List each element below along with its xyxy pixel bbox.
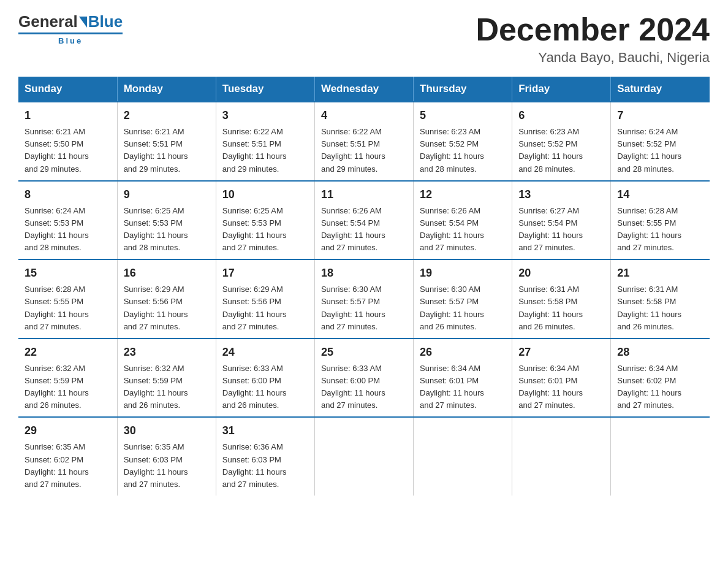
- day-info: Sunrise: 6:34 AM Sunset: 6:02 PM Dayligh…: [617, 362, 703, 412]
- calendar-header-row: SundayMondayTuesdayWednesdayThursdayFrid…: [18, 77, 710, 102]
- logo-triangle-icon: [79, 17, 87, 28]
- calendar-cell: 10Sunrise: 6:25 AM Sunset: 5:53 PM Dayli…: [216, 181, 314, 260]
- main-title: December 2024: [476, 12, 710, 47]
- day-info: Sunrise: 6:35 AM Sunset: 6:02 PM Dayligh…: [25, 441, 111, 491]
- calendar-cell: 7Sunrise: 6:24 AM Sunset: 5:52 PM Daylig…: [611, 102, 710, 181]
- day-info: Sunrise: 6:24 AM Sunset: 5:52 PM Dayligh…: [617, 126, 703, 175]
- day-number: 2: [124, 107, 210, 124]
- calendar-cell: 4Sunrise: 6:22 AM Sunset: 5:51 PM Daylig…: [314, 102, 413, 181]
- day-info: Sunrise: 6:29 AM Sunset: 5:56 PM Dayligh…: [222, 283, 308, 333]
- calendar-cell: 16Sunrise: 6:29 AM Sunset: 5:56 PM Dayli…: [117, 259, 216, 339]
- day-info: Sunrise: 6:34 AM Sunset: 6:01 PM Dayligh…: [420, 362, 506, 412]
- day-number: 4: [321, 107, 407, 124]
- column-header-tuesday: Tuesday: [216, 77, 314, 102]
- day-info: Sunrise: 6:30 AM Sunset: 5:57 PM Dayligh…: [420, 283, 506, 333]
- day-info: Sunrise: 6:24 AM Sunset: 5:53 PM Dayligh…: [25, 205, 111, 255]
- calendar-cell: 24Sunrise: 6:33 AM Sunset: 6:00 PM Dayli…: [216, 339, 314, 418]
- day-number: 11: [321, 186, 407, 203]
- logo-general-text: General: [18, 12, 78, 31]
- day-number: 6: [518, 107, 604, 124]
- day-info: Sunrise: 6:33 AM Sunset: 6:00 PM Dayligh…: [321, 362, 407, 412]
- day-info: Sunrise: 6:25 AM Sunset: 5:53 PM Dayligh…: [222, 205, 308, 255]
- logo-subtitle: Blue: [18, 33, 123, 45]
- day-number: 25: [321, 344, 407, 361]
- calendar-cell: 18Sunrise: 6:30 AM Sunset: 5:57 PM Dayli…: [314, 259, 413, 339]
- day-number: 15: [25, 265, 111, 282]
- calendar-cell: 12Sunrise: 6:26 AM Sunset: 5:54 PM Dayli…: [414, 181, 512, 260]
- day-number: 30: [124, 423, 210, 439]
- day-number: 10: [222, 186, 308, 203]
- calendar-table: SundayMondayTuesdayWednesdayThursdayFrid…: [18, 77, 710, 496]
- calendar-cell: 5Sunrise: 6:23 AM Sunset: 5:52 PM Daylig…: [414, 102, 512, 181]
- day-info: Sunrise: 6:28 AM Sunset: 5:55 PM Dayligh…: [25, 283, 111, 333]
- day-number: 22: [25, 344, 111, 361]
- calendar-cell: 11Sunrise: 6:26 AM Sunset: 5:54 PM Dayli…: [314, 181, 413, 260]
- calendar-cell: 14Sunrise: 6:28 AM Sunset: 5:55 PM Dayli…: [611, 181, 710, 260]
- day-info: Sunrise: 6:34 AM Sunset: 6:01 PM Dayligh…: [518, 362, 604, 412]
- column-header-monday: Monday: [117, 77, 216, 102]
- day-number: 29: [25, 423, 111, 439]
- day-number: 5: [420, 107, 506, 124]
- calendar-cell: 28Sunrise: 6:34 AM Sunset: 6:02 PM Dayli…: [611, 339, 710, 418]
- day-number: 13: [518, 186, 604, 203]
- calendar-cell: 17Sunrise: 6:29 AM Sunset: 5:56 PM Dayli…: [216, 259, 314, 339]
- day-info: Sunrise: 6:27 AM Sunset: 5:54 PM Dayligh…: [518, 205, 604, 255]
- calendar-week-row: 8Sunrise: 6:24 AM Sunset: 5:53 PM Daylig…: [18, 181, 710, 260]
- day-info: Sunrise: 6:21 AM Sunset: 5:50 PM Dayligh…: [25, 126, 111, 175]
- calendar-cell: 8Sunrise: 6:24 AM Sunset: 5:53 PM Daylig…: [18, 181, 117, 260]
- calendar-cell: 21Sunrise: 6:31 AM Sunset: 5:58 PM Dayli…: [611, 259, 710, 339]
- day-number: 28: [617, 344, 703, 361]
- day-number: 14: [617, 186, 703, 203]
- calendar-cell: 13Sunrise: 6:27 AM Sunset: 5:54 PM Dayli…: [512, 181, 611, 260]
- calendar-cell: 25Sunrise: 6:33 AM Sunset: 6:00 PM Dayli…: [314, 339, 413, 418]
- day-info: Sunrise: 6:31 AM Sunset: 5:58 PM Dayligh…: [518, 283, 604, 333]
- column-header-thursday: Thursday: [414, 77, 512, 102]
- calendar-cell: 2Sunrise: 6:21 AM Sunset: 5:51 PM Daylig…: [117, 102, 216, 181]
- day-info: Sunrise: 6:21 AM Sunset: 5:51 PM Dayligh…: [124, 126, 210, 175]
- day-number: 9: [124, 186, 210, 203]
- calendar-week-row: 29Sunrise: 6:35 AM Sunset: 6:02 PM Dayli…: [18, 417, 710, 496]
- day-info: Sunrise: 6:23 AM Sunset: 5:52 PM Dayligh…: [518, 126, 604, 175]
- day-number: 21: [617, 265, 703, 282]
- day-number: 31: [222, 423, 308, 439]
- day-number: 27: [518, 344, 604, 361]
- calendar-cell: 19Sunrise: 6:30 AM Sunset: 5:57 PM Dayli…: [414, 259, 512, 339]
- day-number: 23: [124, 344, 210, 361]
- day-number: 26: [420, 344, 506, 361]
- day-number: 12: [420, 186, 506, 203]
- calendar-cell: 26Sunrise: 6:34 AM Sunset: 6:01 PM Dayli…: [414, 339, 512, 418]
- calendar-cell: 23Sunrise: 6:32 AM Sunset: 5:59 PM Dayli…: [117, 339, 216, 418]
- day-number: 18: [321, 265, 407, 282]
- calendar-cell: 1Sunrise: 6:21 AM Sunset: 5:50 PM Daylig…: [18, 102, 117, 181]
- calendar-cell: [512, 417, 611, 496]
- day-info: Sunrise: 6:26 AM Sunset: 5:54 PM Dayligh…: [321, 205, 407, 255]
- day-info: Sunrise: 6:33 AM Sunset: 6:00 PM Dayligh…: [222, 362, 308, 412]
- header: General Blue Blue December 2024 Yanda Ba…: [18, 12, 710, 66]
- calendar-cell: [314, 417, 413, 496]
- day-info: Sunrise: 6:22 AM Sunset: 5:51 PM Dayligh…: [222, 126, 308, 175]
- calendar-cell: 27Sunrise: 6:34 AM Sunset: 6:01 PM Dayli…: [512, 339, 611, 418]
- calendar-cell: 6Sunrise: 6:23 AM Sunset: 5:52 PM Daylig…: [512, 102, 611, 181]
- day-number: 1: [25, 107, 111, 124]
- day-number: 16: [124, 265, 210, 282]
- day-info: Sunrise: 6:31 AM Sunset: 5:58 PM Dayligh…: [617, 283, 703, 333]
- day-number: 19: [420, 265, 506, 282]
- calendar-cell: 20Sunrise: 6:31 AM Sunset: 5:58 PM Dayli…: [512, 259, 611, 339]
- location-subtitle: Yanda Bayo, Bauchi, Nigeria: [476, 50, 710, 66]
- day-info: Sunrise: 6:32 AM Sunset: 5:59 PM Dayligh…: [25, 362, 111, 412]
- logo: General Blue Blue: [18, 12, 123, 45]
- title-block: December 2024 Yanda Bayo, Bauchi, Nigeri…: [476, 12, 710, 66]
- day-info: Sunrise: 6:36 AM Sunset: 6:03 PM Dayligh…: [222, 441, 308, 491]
- calendar-cell: 30Sunrise: 6:35 AM Sunset: 6:03 PM Dayli…: [117, 417, 216, 496]
- day-info: Sunrise: 6:30 AM Sunset: 5:57 PM Dayligh…: [321, 283, 407, 333]
- column-header-sunday: Sunday: [18, 77, 117, 102]
- column-header-wednesday: Wednesday: [314, 77, 413, 102]
- calendar-week-row: 22Sunrise: 6:32 AM Sunset: 5:59 PM Dayli…: [18, 339, 710, 418]
- day-info: Sunrise: 6:29 AM Sunset: 5:56 PM Dayligh…: [124, 283, 210, 333]
- column-header-saturday: Saturday: [611, 77, 710, 102]
- day-info: Sunrise: 6:23 AM Sunset: 5:52 PM Dayligh…: [420, 126, 506, 175]
- day-number: 20: [518, 265, 604, 282]
- logo-blue-text: Blue: [88, 12, 123, 31]
- calendar-cell: 9Sunrise: 6:25 AM Sunset: 5:53 PM Daylig…: [117, 181, 216, 260]
- day-info: Sunrise: 6:28 AM Sunset: 5:55 PM Dayligh…: [617, 205, 703, 255]
